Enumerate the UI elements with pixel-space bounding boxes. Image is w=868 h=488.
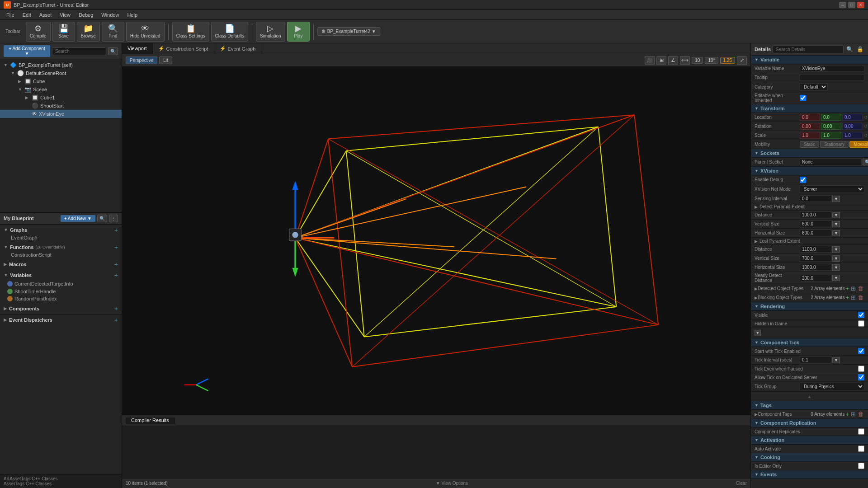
replication-section-header[interactable]: ▼ Component Replication — [751, 419, 868, 427]
class-defaults-button[interactable]: 📄 Class Defaults — [211, 22, 248, 42]
var-item-current-detected[interactable]: CurrentDetectedTargetInfo ✏ 🗑 — [4, 280, 118, 288]
find-button[interactable]: 🔍 Find — [102, 22, 124, 42]
event-graph-item[interactable]: EventGraph — [4, 235, 118, 241]
component-search-button[interactable]: 🔍 — [108, 47, 118, 55]
construction-script-item[interactable]: ConstructionScript — [4, 252, 118, 258]
static-button[interactable]: Static — [800, 141, 819, 148]
add-component-button[interactable]: + Add Component ▼ — [4, 45, 50, 57]
scale-snap-icon[interactable]: ⟺ — [680, 56, 690, 65]
location-z[interactable] — [842, 114, 863, 121]
sensing-interval-input[interactable] — [800, 195, 831, 202]
location-y[interactable] — [821, 114, 841, 121]
vertical-spin-button[interactable]: ▼ — [832, 221, 840, 227]
tick-interval-input[interactable] — [800, 357, 831, 363]
bp-macros-header[interactable]: ▶ Macros + — [4, 260, 118, 269]
tick-paused-checkbox[interactable] — [858, 366, 864, 372]
horizontal-size-input[interactable] — [800, 230, 831, 236]
tick-group-dropdown[interactable]: During Physics Pre Physics Post Physics — [800, 383, 864, 390]
grid-snap-icon[interactable]: ⊞ — [656, 56, 666, 65]
variable-section-header[interactable]: ▼ Variable — [751, 56, 868, 64]
tree-item-default-scene-root[interactable]: ▼ ⚪ DefaultSceneRoot — [0, 69, 122, 77]
compiler-results-tab[interactable]: Compiler Results — [126, 418, 175, 424]
variable-name-input[interactable] — [800, 65, 864, 72]
play-button[interactable]: ▶ Play — [287, 22, 310, 42]
minimize-button[interactable]: ─ — [839, 2, 846, 8]
tick-interval-spin[interactable]: ▼ — [832, 357, 840, 363]
compile-button[interactable]: ⚙ Compile — [26, 22, 51, 42]
var-edit-button[interactable]: ✏ — [101, 281, 107, 287]
horizontal-spin-button[interactable]: ▼ — [832, 230, 840, 236]
event-graph-tab[interactable]: ⚡ Event Graph — [214, 43, 262, 54]
menu-file[interactable]: File — [3, 11, 18, 19]
tags-section-header[interactable]: ▼ Tags — [751, 401, 868, 410]
camera-speed-icon[interactable]: 🎥 — [645, 56, 655, 65]
enable-debug-checkbox[interactable] — [800, 177, 806, 183]
nearly-detect-input[interactable] — [800, 275, 831, 282]
hide-unrelated-button[interactable]: 👁 Hide Unrelated — [126, 22, 165, 42]
tags-del-button[interactable]: 🗑 — [857, 411, 864, 418]
tooltip-input[interactable] — [800, 74, 864, 81]
visible-checkbox[interactable] — [858, 312, 864, 318]
rotation-reset-button[interactable]: ↺ — [863, 123, 868, 129]
menu-debug[interactable]: Debug — [75, 11, 97, 19]
bp-graphs-header[interactable]: ▼ Graphs + — [4, 225, 118, 235]
detect-pyramid-header[interactable]: ▶ Detect Pyramid Extent — [751, 203, 868, 211]
component-tick-section-header[interactable]: ▼ Component Tick — [751, 338, 868, 347]
scale-y[interactable] — [821, 132, 841, 139]
rendering-section-header[interactable]: ▼ Rendering — [751, 302, 868, 311]
maximize-button[interactable]: □ — [848, 2, 855, 8]
rendering-expand-button[interactable]: ▼ — [755, 330, 761, 336]
browse-button[interactable]: 📁 Browse — [77, 22, 100, 42]
stationary-button[interactable]: Stationary — [820, 141, 849, 148]
details-search-input[interactable] — [773, 46, 844, 53]
hidden-in-game-checkbox[interactable] — [858, 320, 864, 327]
tags-add-button[interactable]: + — [844, 411, 850, 418]
lost-horizontal-input[interactable] — [800, 264, 831, 271]
events-section-header[interactable]: ▼ Events — [751, 470, 868, 479]
tags-dupe-button[interactable]: ⊞ — [850, 411, 857, 418]
tree-item-cube1[interactable]: ▶ 🔲 Cube1 — [0, 94, 122, 102]
menu-window[interactable]: Window — [98, 11, 123, 19]
blocking-dupe-button[interactable]: ⊞ — [850, 294, 857, 301]
lost-vertical-spin[interactable]: ▼ — [832, 255, 840, 262]
sockets-section-header[interactable]: ▼ Sockets — [751, 149, 868, 158]
category-dropdown[interactable]: Default — [800, 83, 828, 91]
menu-view[interactable]: View — [56, 11, 74, 19]
debug-filter-dropdown[interactable]: ⚙ BP_ExampleTurret42 ▼ — [317, 27, 380, 36]
lost-distance-input[interactable] — [800, 246, 831, 253]
macros-add-button[interactable]: + — [114, 261, 118, 268]
detected-del-button[interactable]: 🗑 — [857, 285, 864, 292]
menu-edit[interactable]: Edit — [19, 11, 35, 19]
viewport-canvas[interactable] — [122, 67, 750, 415]
tree-item-scene[interactable]: ▼ 📷 Scene — [0, 85, 122, 94]
allow-dedicated-checkbox[interactable] — [858, 374, 864, 380]
distance-spin-button[interactable]: ▼ — [832, 212, 840, 218]
graphs-add-button[interactable]: + — [114, 226, 118, 234]
angle-snap-icon[interactable]: ∠ — [668, 56, 678, 65]
save-button[interactable]: 💾 Save — [52, 22, 75, 42]
scale-z[interactable] — [842, 132, 863, 139]
tree-item-bp-example[interactable]: ▼ 🔷 BP_ExampleTurret (self) — [0, 61, 122, 69]
blocking-del-button[interactable]: 🗑 — [857, 294, 864, 301]
bp-components-header[interactable]: ▶ Components + — [4, 304, 118, 313]
close-button[interactable]: ✕ — [857, 2, 864, 8]
movable-button[interactable]: Movable — [849, 141, 868, 148]
tree-item-shoot-start[interactable]: ⚫ ShootStart — [0, 102, 122, 110]
lost-distance-spin[interactable]: ▼ — [832, 246, 840, 253]
components-add-button[interactable]: + — [114, 305, 118, 312]
vertical-size-input[interactable] — [800, 221, 831, 227]
xvision-section-header[interactable]: ▼ XVision — [751, 167, 868, 175]
sensing-spin-button[interactable]: ▼ — [832, 196, 840, 202]
variables-add-button[interactable]: + — [114, 272, 118, 279]
functions-add-button[interactable]: + — [114, 244, 118, 251]
bp-functions-header[interactable]: ▼ Functions (20 Overridable) + — [4, 243, 118, 252]
lost-pyramid-header[interactable]: ▶ Lost Pyramid Extent — [751, 238, 868, 245]
socket-browse-button[interactable]: 🔍 — [863, 159, 868, 165]
tree-item-xvision-eye[interactable]: 👁 XVisionEye — [0, 110, 122, 118]
rotation-x[interactable] — [800, 123, 820, 130]
auto-activate-checkbox[interactable] — [858, 446, 864, 452]
bp-event-dispatchers-header[interactable]: ▶ Event Dispatchers + — [4, 315, 118, 324]
blocking-add-button[interactable]: + — [844, 294, 850, 301]
nearly-detect-spin[interactable]: ▼ — [832, 275, 840, 281]
distance-input[interactable] — [800, 211, 831, 218]
